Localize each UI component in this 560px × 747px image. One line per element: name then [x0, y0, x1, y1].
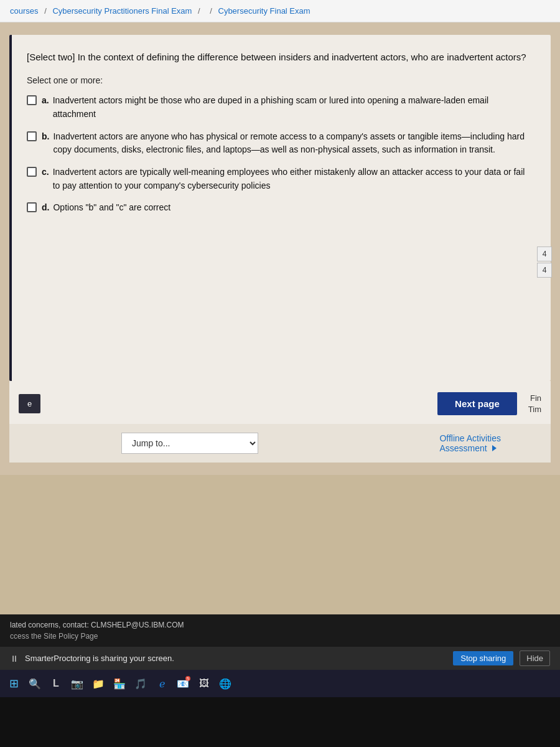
breadcrumb-sep3: / [210, 6, 212, 16]
breadcrumb: courses / Cybersecurity Practitioners Fi… [0, 0, 560, 22]
offline-activities-text: Offline Activities [439, 433, 501, 443]
windows-start-icon[interactable]: ⊞ [5, 675, 22, 692]
next-page-button[interactable]: Next page [437, 392, 517, 415]
taskbar-chrome-icon[interactable]: 🌐 [217, 675, 234, 692]
page-sidebar: 4 4 [537, 247, 552, 278]
checkbox-c[interactable] [27, 167, 37, 177]
option-d-text: Options "b" and "c" are correct [53, 201, 533, 215]
left-nav-label: e [19, 394, 40, 413]
assessment-text: Assessment [439, 443, 487, 453]
breadcrumb-final-exam[interactable]: Cybersecurity Final Exam [218, 6, 310, 16]
breadcrumb-courses[interactable]: courses [10, 6, 39, 16]
left-accent-bar [9, 35, 12, 381]
checkbox-d[interactable] [27, 202, 37, 212]
question-text: [Select two] In the context of defining … [27, 50, 533, 64]
page-num-2: 4 [537, 263, 552, 278]
taskbar-mail-icon[interactable]: 📧 5 [174, 675, 192, 692]
option-c: c. Inadvertent actors are typically well… [27, 166, 533, 192]
option-b-text: Inadvertent actors are anyone who has ph… [53, 130, 533, 157]
select-instruction: Select one or more: [27, 75, 533, 85]
jump-area: Jump to... Offline Activities Assessment [9, 424, 551, 463]
checkbox-b[interactable] [27, 131, 37, 141]
option-d-label: d. [42, 201, 49, 215]
taskbar-camera-icon[interactable]: 📷 [68, 675, 86, 692]
taskbar-photo-icon[interactable]: 🖼 [195, 675, 213, 692]
option-c-text: Inadvertent actors are typically well-me… [53, 166, 533, 192]
footer-policy: ccess the Site Policy Page [10, 632, 550, 641]
taskbar-edge-icon[interactable]: ℯ [153, 675, 170, 692]
taskbar-music-icon[interactable]: 🎵 [132, 675, 149, 692]
jump-to-select[interactable]: Jump to... [121, 433, 258, 454]
footer-bar: lated concerns, contact: CLMSHELP@US.IBM… [0, 614, 560, 647]
nav-area: e Next page Fin Tim [9, 381, 551, 424]
screen-share-text: SmarterProctoring is sharing your screen… [25, 654, 447, 663]
taskbar-folder-icon[interactable]: 📁 [90, 675, 107, 692]
option-b: b. Inadvertent actors are anyone who has… [27, 130, 533, 157]
fin-label: Fin [530, 393, 541, 403]
option-a-label: a. [42, 94, 49, 108]
taskbar-store-icon[interactable]: 🏪 [111, 675, 128, 692]
options-list: a. Inadvertent actors might be those who… [27, 94, 533, 215]
taskbar-l-icon[interactable]: L [47, 675, 65, 692]
checkbox-a[interactable] [27, 95, 37, 105]
assessment-line: Assessment [439, 443, 496, 453]
taskbar: ⊞ 🔍 L 📷 📁 🏪 🎵 ℯ 📧 5 🖼 🌐 [0, 670, 560, 697]
screen-wrapper: courses / Cybersecurity Practitioners Fi… [0, 0, 560, 747]
option-c-label: c. [42, 166, 49, 179]
pause-icon: ⏸ [10, 654, 19, 664]
option-a-text: Inadvertent actors might be those who ar… [53, 94, 533, 121]
assessment-arrow-icon [492, 445, 497, 451]
footer-contact: lated concerns, contact: CLMSHELP@US.IBM… [10, 621, 550, 629]
offline-activities-link[interactable]: Offline Activities Assessment [439, 433, 501, 453]
main-content: [Select two] In the context of defining … [9, 35, 551, 381]
option-d: d. Options "b" and "c" are correct [27, 201, 533, 215]
hide-button[interactable]: Hide [520, 651, 550, 666]
search-taskbar-icon[interactable]: 🔍 [26, 675, 44, 692]
bottom-dark-area [0, 697, 560, 747]
mail-badge: 5 [185, 676, 190, 681]
screen-share-bar: ⏸ SmarterProctoring is sharing your scre… [0, 647, 560, 670]
breadcrumb-sep2: / [198, 6, 200, 16]
breadcrumb-exam-link[interactable]: Cybersecurity Practitioners Final Exam [52, 6, 192, 16]
page-num-1: 4 [537, 247, 552, 261]
offline-activities-anchor[interactable]: Offline Activities Assessment [439, 433, 501, 453]
option-b-label: b. [42, 130, 49, 144]
tim-label: Tim [528, 405, 541, 414]
breadcrumb-sep1: / [44, 6, 47, 16]
option-a: a. Inadvertent actors might be those who… [27, 94, 533, 121]
stop-sharing-button[interactable]: Stop sharing [453, 651, 513, 665]
